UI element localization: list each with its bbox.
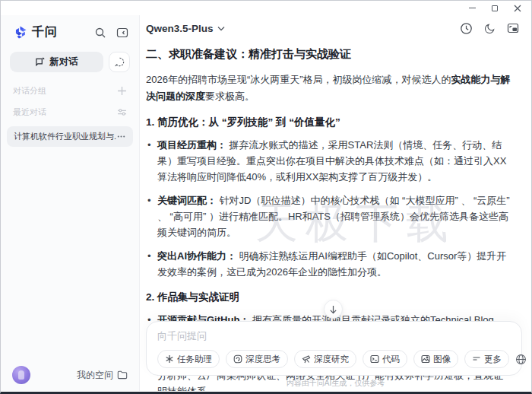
close-button[interactable] xyxy=(513,4,522,13)
bullet-label: 关键词匹配： xyxy=(157,195,217,206)
plus-icon xyxy=(117,86,127,96)
clock-history-icon xyxy=(460,22,473,35)
minimize-icon xyxy=(469,8,476,9)
prompt-input[interactable] xyxy=(157,330,512,342)
sidebar-footer: 我的空间 xyxy=(1,366,139,384)
app-window: 千问 新对话 对话分组 xyxy=(0,0,532,394)
composer: 任务助理 深度思考 深度研究 代码 xyxy=(146,321,522,376)
model-name: Qwen3.5-Plus xyxy=(146,23,214,34)
folder-icon xyxy=(117,370,128,380)
scroll-to-bottom-button[interactable] xyxy=(324,300,343,319)
bullet-label: 突出AI协作能力： xyxy=(157,250,236,262)
new-chat-button[interactable]: 新对话 xyxy=(10,52,103,72)
minimize-button[interactable] xyxy=(467,4,477,13)
chat-more-button[interactable] xyxy=(116,132,126,141)
chip-task-assistant[interactable]: 任务助理 xyxy=(157,350,220,368)
logo-row: 千问 xyxy=(1,15,139,40)
user-avatar[interactable] xyxy=(12,366,30,384)
bullet-item: 关键词匹配： 针对JD（职位描述）中的核心技术栈（如 “大模型应用” 、 “云原… xyxy=(146,192,511,240)
chip-label: 深度研究 xyxy=(314,354,349,365)
image-icon xyxy=(421,354,430,364)
ellipsis-icon xyxy=(116,132,126,141)
app-title: 千问 xyxy=(32,24,58,40)
search-icon xyxy=(94,27,106,39)
bullet-item: 突出AI协作能力： 明确标注熟练运用AI编程助手（如Copilot、Cursor… xyxy=(146,248,511,280)
close-icon xyxy=(514,5,521,12)
add-group-button[interactable] xyxy=(117,86,127,96)
web-search-button[interactable] xyxy=(515,354,527,365)
section1-list: 项目经历重构： 摒弃流水账式的描述，采用STAR法则（情境、任务、行动、结果）重… xyxy=(146,137,511,280)
new-chat-row: 新对话 xyxy=(10,52,130,72)
composer-toolbar: 任务助理 深度思考 深度研究 代码 xyxy=(157,349,512,369)
maximize-button[interactable] xyxy=(490,4,499,13)
sidebar-item-chat[interactable]: 计算机软件行业职业规划与... xyxy=(7,126,133,147)
chip-deep-research[interactable]: 深度研究 xyxy=(294,350,356,368)
bullet-item: 项目经历重构： 摒弃流水账式的描述，采用STAR法则（情境、任务、行动、结果）重… xyxy=(146,137,511,185)
sparkle-icon xyxy=(165,354,174,364)
dashed-bubble-icon xyxy=(114,56,125,68)
my-space-button[interactable]: 我的空间 xyxy=(77,369,128,382)
main-panel: Qwen3.5-Plus 二、求职准备建议：精准打击与实战验证 xyxy=(140,15,531,391)
chip-code[interactable]: 代码 xyxy=(363,350,407,368)
new-chat-label: 新对话 xyxy=(49,56,78,68)
composer-right-actions xyxy=(515,349,531,369)
ai-disclaimer: 内容由千问AI生成，仅供参考 xyxy=(140,378,531,389)
section1-title: 1. 简历优化：从 “罗列技能” 到 “价值量化” xyxy=(146,116,511,129)
sidebar: 千问 新对话 对话分组 xyxy=(1,15,140,391)
model-selector[interactable]: Qwen3.5-Plus xyxy=(146,23,225,34)
more-lines-icon xyxy=(472,354,481,364)
recent-row: 最近对话 xyxy=(13,106,127,118)
bullet-label: 项目经历重构： xyxy=(157,139,226,151)
chip-image[interactable]: 图像 xyxy=(413,350,458,368)
collapse-sidebar-button[interactable] xyxy=(116,27,128,39)
arrow-down-icon xyxy=(329,305,337,314)
chip-label: 更多 xyxy=(484,354,502,365)
maximize-icon xyxy=(492,5,498,11)
chip-label: 深度思考 xyxy=(245,354,280,365)
chip-more[interactable]: 更多 xyxy=(464,350,509,368)
panel-collapse-icon xyxy=(116,27,128,39)
chat-item-title: 计算机软件行业职业规划与... xyxy=(14,131,116,142)
new-chat-icon xyxy=(35,57,45,67)
search-button[interactable] xyxy=(94,27,106,39)
layout-button[interactable] xyxy=(507,22,519,34)
intro-prefix: 2026年的招聘市场呈现“冰火两重天”格局，初级岗位缩减，对候选人的 xyxy=(146,74,451,85)
tune-sliders-icon xyxy=(117,107,127,117)
message-heading: 二、求职准备建议：精准打击与实战验证 xyxy=(146,47,511,62)
telescope-icon xyxy=(302,354,311,364)
filter-chats-button[interactable] xyxy=(117,107,127,117)
groups-row: 对话分组 xyxy=(13,85,127,97)
chip-label: 代码 xyxy=(382,354,400,365)
chevron-down-icon xyxy=(217,26,225,31)
my-space-label: 我的空间 xyxy=(77,369,113,382)
history-button[interactable] xyxy=(460,22,473,35)
dark-mode-button[interactable] xyxy=(484,23,496,34)
header-actions xyxy=(460,22,519,35)
deep-think-icon xyxy=(233,354,242,364)
groups-label: 对话分组 xyxy=(13,85,117,97)
globe-icon xyxy=(515,354,527,365)
intro-suffix: 要求极高。 xyxy=(205,91,255,102)
recent-label: 最近对话 xyxy=(13,106,117,118)
chip-deep-thinking[interactable]: 深度思考 xyxy=(226,350,288,368)
chip-label: 任务助理 xyxy=(177,354,212,365)
picture-in-picture-icon xyxy=(507,22,519,34)
main-header: Qwen3.5-Plus xyxy=(140,15,531,41)
terminal-icon xyxy=(370,354,379,364)
temporary-chat-button[interactable] xyxy=(109,52,130,72)
window-titlebar xyxy=(1,1,531,15)
qwen-logo-icon xyxy=(13,25,27,40)
message-intro: 2026年的招聘市场呈现“冰火两重天”格局，初级岗位缩减，对候选人的实战能力与解… xyxy=(146,71,511,105)
moon-icon xyxy=(484,23,496,34)
chip-label: 图像 xyxy=(433,354,451,365)
